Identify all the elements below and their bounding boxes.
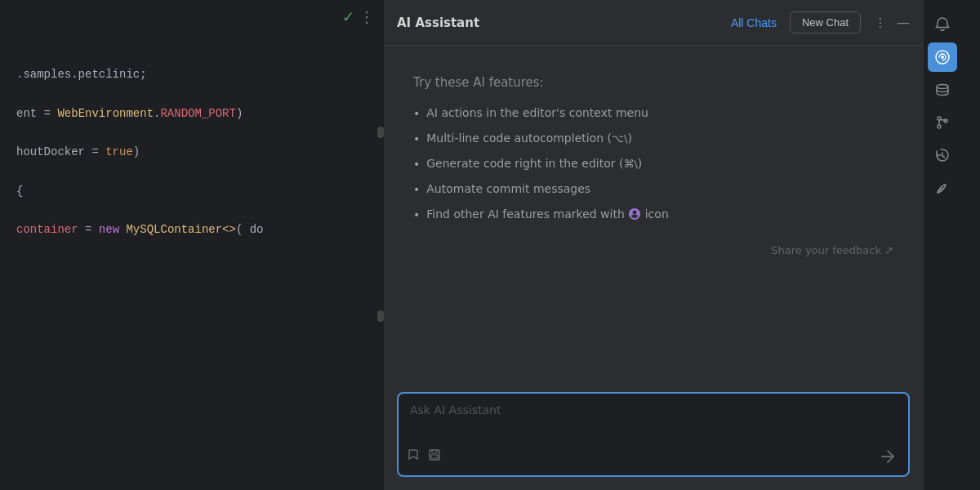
minimize-icon[interactable]: —: [897, 15, 910, 30]
svg-rect-1: [432, 450, 437, 453]
feature-text: Automate commit messages: [426, 182, 590, 195]
checkmark-icon: ✓: [342, 8, 354, 25]
feature-text: AI actions in the editor's context menu: [426, 106, 648, 119]
ai-assistant-icon: [934, 49, 951, 65]
new-chat-button[interactable]: New Chat: [790, 11, 861, 33]
more-options-icon[interactable]: ⋮: [874, 15, 887, 30]
notification-icon: [934, 16, 951, 33]
features-title: Try these AI features:: [413, 75, 893, 90]
more-options-icon[interactable]: ⋮: [359, 8, 374, 25]
feature-item-1: • AI actions in the editor's context men…: [413, 106, 893, 120]
scrollbar-indicator-2: [377, 310, 384, 322]
code-line: houtDocker = true): [16, 143, 384, 163]
ai-assistant-sidebar-button[interactable]: [928, 42, 957, 72]
feature-text: Find other AI features marked with icon: [426, 207, 669, 221]
code-line: [16, 202, 384, 221]
bullet-icon: •: [413, 208, 420, 221]
feature-text: Multi-line code autocompletion (⌥\): [426, 131, 632, 145]
svg-point-4: [941, 56, 944, 59]
ai-input-wrapper: [397, 392, 910, 477]
feature-item-5: • Find other AI features marked with ico…: [413, 207, 893, 221]
history-icon: [934, 147, 951, 163]
code-line: ent = WebEnvironment.RANDOM_PORT): [16, 105, 384, 124]
scrollbar-indicator-1: [377, 127, 384, 138]
editor-toolbar: ✓ ⋮: [342, 8, 374, 25]
send-button[interactable]: [875, 444, 900, 469]
ai-logo-inline-icon: [628, 207, 641, 220]
feature-item-2: • Multi-line code autocompletion (⌥\): [413, 131, 893, 145]
feature-text: Generate code right in the editor (⌘\): [426, 157, 642, 170]
code-editor: ✓ ⋮ .samples.petclinic; ent = WebEnviron…: [0, 0, 384, 490]
git-icon: [934, 114, 951, 131]
history-button[interactable]: [928, 140, 957, 170]
bullet-icon: •: [413, 158, 420, 171]
ai-header-actions: ⋮ —: [874, 15, 910, 30]
ai-input-toolbar: [399, 439, 908, 475]
leaf-icon: [934, 180, 951, 196]
code-content: .samples.petclinic; ent = WebEnvironment…: [0, 0, 384, 256]
leaf-button[interactable]: [928, 173, 957, 203]
feature-item-4: • Automate commit messages: [413, 182, 893, 196]
bullet-icon: •: [413, 107, 420, 120]
code-line: {: [16, 182, 384, 202]
features-list: • AI actions in the editor's context men…: [413, 106, 893, 221]
git-button[interactable]: [928, 108, 957, 137]
ai-features-content: Try these AI features: • AI actions in t…: [384, 46, 923, 382]
database-button[interactable]: [928, 75, 957, 105]
code-line: .samples.petclinic;: [16, 65, 384, 85]
bullet-icon: •: [413, 132, 420, 145]
save-icon[interactable]: [428, 448, 441, 465]
ai-chat-input[interactable]: [399, 394, 908, 436]
svg-point-5: [937, 85, 948, 89]
ai-panel: AI Assistant All Chats New Chat ⋮ — Try …: [384, 0, 923, 490]
feedback-anchor[interactable]: Share your feedback ↗: [771, 244, 893, 256]
all-chats-button[interactable]: All Chats: [731, 16, 777, 29]
input-icons-left: [407, 448, 441, 465]
notification-button[interactable]: [928, 10, 957, 39]
bullet-icon: •: [413, 183, 420, 196]
ai-panel-header: AI Assistant All Chats New Chat ⋮ —: [384, 0, 923, 46]
code-line: [16, 163, 384, 182]
code-line: [16, 123, 384, 143]
feedback-link[interactable]: Share your feedback ↗: [413, 244, 893, 256]
code-line: container = new MySQLContainer<>( do: [16, 220, 384, 240]
bookmark-icon[interactable]: [407, 448, 420, 465]
ai-input-area: [384, 382, 923, 490]
svg-rect-2: [431, 455, 438, 458]
database-icon: [934, 82, 951, 98]
right-sidebar: [923, 0, 960, 490]
feature-item-3: • Generate code right in the editor (⌘\): [413, 157, 893, 171]
ai-panel-title: AI Assistant: [397, 16, 479, 30]
code-line: [16, 85, 384, 105]
